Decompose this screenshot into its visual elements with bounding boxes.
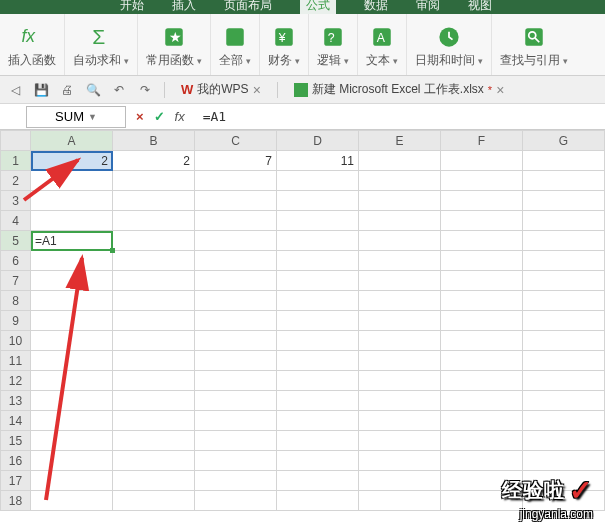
cell-C11[interactable] bbox=[195, 351, 277, 371]
cell-C4[interactable] bbox=[195, 211, 277, 231]
logical-button[interactable]: ? 逻辑 bbox=[309, 14, 358, 75]
preview-icon[interactable]: 🔍 bbox=[84, 81, 102, 99]
cell-B14[interactable] bbox=[113, 411, 195, 431]
cell-A12[interactable] bbox=[31, 371, 113, 391]
cell-G5[interactable] bbox=[523, 231, 605, 251]
cell-B9[interactable] bbox=[113, 311, 195, 331]
cell-A14[interactable] bbox=[31, 411, 113, 431]
cell-E15[interactable] bbox=[359, 431, 441, 451]
column-header[interactable]: E bbox=[359, 131, 441, 151]
column-header[interactable]: C bbox=[195, 131, 277, 151]
cell-D6[interactable] bbox=[277, 251, 359, 271]
row-header[interactable]: 6 bbox=[1, 251, 31, 271]
name-box[interactable]: SUM ▼ bbox=[26, 106, 126, 128]
cell-G2[interactable] bbox=[523, 171, 605, 191]
cell-C1[interactable]: 7 bbox=[195, 151, 277, 171]
cell-F7[interactable] bbox=[441, 271, 523, 291]
financial-button[interactable]: ¥ 财务 bbox=[260, 14, 309, 75]
cell-E5[interactable] bbox=[359, 231, 441, 251]
row-header[interactable]: 16 bbox=[1, 451, 31, 471]
cell-A18[interactable] bbox=[31, 491, 113, 511]
column-header[interactable]: B bbox=[113, 131, 195, 151]
row-header[interactable]: 18 bbox=[1, 491, 31, 511]
row-header[interactable]: 5 bbox=[1, 231, 31, 251]
cell-B10[interactable] bbox=[113, 331, 195, 351]
row-header[interactable]: 17 bbox=[1, 471, 31, 491]
column-header[interactable]: G bbox=[523, 131, 605, 151]
cell-D3[interactable] bbox=[277, 191, 359, 211]
column-header[interactable]: D bbox=[277, 131, 359, 151]
cell-G1[interactable] bbox=[523, 151, 605, 171]
tab-current-file[interactable]: 新建 Microsoft Excel 工作表.xlsx * × bbox=[288, 79, 511, 100]
tab-my-wps[interactable]: W 我的WPS × bbox=[175, 79, 267, 100]
cell-G12[interactable] bbox=[523, 371, 605, 391]
cell-E3[interactable] bbox=[359, 191, 441, 211]
cell-B8[interactable] bbox=[113, 291, 195, 311]
column-header[interactable]: F bbox=[441, 131, 523, 151]
cell-D5[interactable] bbox=[277, 231, 359, 251]
dropdown-icon[interactable]: ▼ bbox=[88, 112, 97, 122]
cell-A13[interactable] bbox=[31, 391, 113, 411]
tab-start[interactable]: 开始 bbox=[120, 0, 144, 14]
cell-G3[interactable] bbox=[523, 191, 605, 211]
cell-C2[interactable] bbox=[195, 171, 277, 191]
cell-F15[interactable] bbox=[441, 431, 523, 451]
cell-C12[interactable] bbox=[195, 371, 277, 391]
cell-A9[interactable] bbox=[31, 311, 113, 331]
cell-G15[interactable] bbox=[523, 431, 605, 451]
cell-E7[interactable] bbox=[359, 271, 441, 291]
cell-F1[interactable] bbox=[441, 151, 523, 171]
cell-E4[interactable] bbox=[359, 211, 441, 231]
cell-F2[interactable] bbox=[441, 171, 523, 191]
cell-B18[interactable] bbox=[113, 491, 195, 511]
cell-B15[interactable] bbox=[113, 431, 195, 451]
cell-G10[interactable] bbox=[523, 331, 605, 351]
cell-F16[interactable] bbox=[441, 451, 523, 471]
autosum-button[interactable]: Σ 自动求和 bbox=[65, 14, 138, 75]
cell-B7[interactable] bbox=[113, 271, 195, 291]
row-header[interactable]: 9 bbox=[1, 311, 31, 331]
tab-data[interactable]: 数据 bbox=[364, 0, 388, 14]
cell-G7[interactable] bbox=[523, 271, 605, 291]
cell-A6[interactable] bbox=[31, 251, 113, 271]
cell-E1[interactable] bbox=[359, 151, 441, 171]
cell-C7[interactable] bbox=[195, 271, 277, 291]
cell-G13[interactable] bbox=[523, 391, 605, 411]
cell-C14[interactable] bbox=[195, 411, 277, 431]
cell-F12[interactable] bbox=[441, 371, 523, 391]
common-functions-button[interactable]: ★ 常用函数 bbox=[138, 14, 211, 75]
text-button[interactable]: A 文本 bbox=[358, 14, 407, 75]
close-icon[interactable]: × bbox=[496, 82, 504, 98]
cell-G8[interactable] bbox=[523, 291, 605, 311]
save-icon[interactable]: 💾 bbox=[32, 81, 50, 99]
cell-E11[interactable] bbox=[359, 351, 441, 371]
cell-A1[interactable]: 2 bbox=[31, 151, 113, 171]
cell-D7[interactable] bbox=[277, 271, 359, 291]
cell-C13[interactable] bbox=[195, 391, 277, 411]
cell-E14[interactable] bbox=[359, 411, 441, 431]
row-header[interactable]: 10 bbox=[1, 331, 31, 351]
cell-G9[interactable] bbox=[523, 311, 605, 331]
fx-button[interactable]: fx bbox=[175, 109, 185, 124]
cell-F13[interactable] bbox=[441, 391, 523, 411]
cell-B5[interactable] bbox=[113, 231, 195, 251]
cell-C8[interactable] bbox=[195, 291, 277, 311]
cell-C5[interactable] bbox=[195, 231, 277, 251]
cancel-formula-button[interactable]: × bbox=[136, 109, 144, 124]
print-icon[interactable]: 🖨 bbox=[58, 81, 76, 99]
cell-D12[interactable] bbox=[277, 371, 359, 391]
row-header[interactable]: 1 bbox=[1, 151, 31, 171]
cell-B13[interactable] bbox=[113, 391, 195, 411]
cell-F11[interactable] bbox=[441, 351, 523, 371]
cell-B2[interactable] bbox=[113, 171, 195, 191]
cell-A17[interactable] bbox=[31, 471, 113, 491]
cell-C17[interactable] bbox=[195, 471, 277, 491]
cell-D15[interactable] bbox=[277, 431, 359, 451]
tab-formula[interactable]: 公式 bbox=[300, 0, 336, 14]
tab-insert[interactable]: 插入 bbox=[172, 0, 196, 14]
cell-F9[interactable] bbox=[441, 311, 523, 331]
cell-D11[interactable] bbox=[277, 351, 359, 371]
cell-G4[interactable] bbox=[523, 211, 605, 231]
cell-D18[interactable] bbox=[277, 491, 359, 511]
back-icon[interactable]: ◁ bbox=[6, 81, 24, 99]
